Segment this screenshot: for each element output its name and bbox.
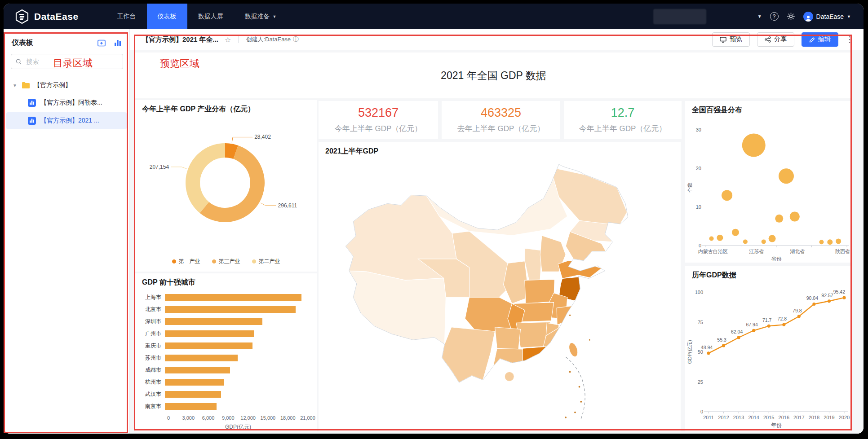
- new-dashboard-icon[interactable]: [113, 39, 122, 48]
- help-icon[interactable]: ?: [770, 12, 779, 21]
- top-navbar: DataEase 工作台仪表板数据大屏数据准备▼ ▼ ? DataEa: [4, 4, 864, 29]
- kpi-card-2[interactable]: 463325去年上半年 GDP（亿元）: [442, 101, 560, 139]
- line-point[interactable]: [737, 336, 740, 339]
- bar-chart-panel[interactable]: GDP 前十强城市 上海市北京市深圳市广州市重庆市苏州市成都市杭州市武汉市南京市…: [135, 273, 317, 431]
- bar-北京市[interactable]: [165, 306, 296, 313]
- bar-track: [165, 367, 308, 373]
- line-point[interactable]: [707, 351, 710, 355]
- edit-button[interactable]: 编辑: [802, 32, 838, 47]
- bubble-point[interactable]: [779, 168, 794, 184]
- more-menu-icon[interactable]: ⋮: [846, 35, 854, 44]
- kpi-label: 今年上半年 GDP（亿元）: [335, 123, 422, 134]
- line-point[interactable]: [812, 303, 815, 306]
- legend-item-第二产业[interactable]: 第二产业: [252, 258, 280, 265]
- line-point[interactable]: [782, 323, 785, 326]
- info-icon[interactable]: ⓘ: [293, 35, 299, 44]
- bar-row-苏州市: 苏州市: [142, 352, 308, 364]
- bubble-point[interactable]: [769, 235, 776, 242]
- tree-caret-icon[interactable]: ▼: [13, 83, 18, 88]
- brand[interactable]: DataEase: [4, 9, 90, 24]
- bubble-point[interactable]: [762, 239, 766, 244]
- share-button[interactable]: 分享: [757, 32, 794, 47]
- map-panel[interactable]: 2021上半年GDP: [319, 142, 681, 431]
- bar-杭州市[interactable]: [165, 379, 224, 386]
- star-icon[interactable]: ☆: [225, 35, 231, 44]
- line-point[interactable]: [752, 329, 755, 332]
- x-tick-label: 2015: [763, 415, 774, 420]
- y-tick: 75: [698, 320, 703, 325]
- bubble-point[interactable]: [819, 240, 824, 244]
- bar-category-label: 深圳市: [142, 318, 165, 325]
- bar-成都市[interactable]: [165, 367, 230, 373]
- nav-item-仪表板[interactable]: 仪表板: [147, 4, 187, 29]
- bar-track: [165, 330, 308, 337]
- chevron-down-icon[interactable]: ▼: [757, 14, 762, 19]
- point-label: 55.3: [717, 337, 726, 342]
- share-icon: [765, 36, 771, 43]
- bubble-point[interactable]: [836, 239, 841, 244]
- bar-重庆市[interactable]: [165, 342, 252, 349]
- tree-item-2[interactable]: 【官方示例】2021 ...: [6, 112, 127, 129]
- province-regions: [345, 167, 627, 382]
- preview-button[interactable]: 预览: [712, 32, 750, 47]
- dashboard-title: 2021 年全国 GDP 数据: [441, 69, 546, 83]
- tree-item-1[interactable]: 【官方示例】阿勒泰...: [6, 94, 127, 111]
- nav-item-工作台[interactable]: 工作台: [106, 4, 147, 29]
- bar-category-label: 重庆市: [142, 342, 165, 350]
- bar-深圳市[interactable]: [165, 318, 262, 325]
- search-input[interactable]: [26, 57, 118, 66]
- bar-南京市[interactable]: [165, 403, 217, 410]
- bubble-point[interactable]: [790, 212, 800, 222]
- x-tick-label: 陕西省: [835, 249, 850, 254]
- point-label: 71.7: [762, 317, 772, 323]
- china-map[interactable]: [328, 157, 670, 426]
- nav-caret-icon: ▼: [273, 14, 277, 19]
- nav-item-数据准备[interactable]: 数据准备▼: [234, 4, 288, 29]
- edit-label: 编辑: [818, 35, 831, 44]
- line-point[interactable]: [828, 299, 831, 303]
- bar-track: [165, 342, 308, 349]
- bar-chart: 上海市北京市深圳市广州市重庆市苏州市成都市杭州市武汉市南京市: [142, 291, 308, 413]
- main-nav: 工作台仪表板数据大屏数据准备▼: [106, 4, 288, 29]
- kpi-card-3[interactable]: 12.7今年上半年 GDP（亿元）: [564, 101, 682, 139]
- bubble-point[interactable]: [722, 190, 732, 201]
- bar-广州市[interactable]: [165, 330, 254, 337]
- legend-label: 第二产业: [259, 258, 280, 265]
- nav-item-数据大屏[interactable]: 数据大屏: [187, 4, 234, 29]
- brand-name: DataEase: [34, 11, 79, 22]
- donut-chart-panel[interactable]: 今年上半年 GDP 产业分布（亿元） 28,402296,611207,154 …: [135, 100, 317, 272]
- bubble-point[interactable]: [827, 239, 833, 245]
- legend-item-第三产业[interactable]: 第三产业: [212, 258, 240, 265]
- sidebar-search[interactable]: [11, 54, 123, 69]
- bubble-point[interactable]: [732, 229, 739, 236]
- line-point[interactable]: [842, 296, 846, 299]
- new-folder-icon[interactable]: [97, 39, 106, 48]
- screenshot-root: DataEase 工作台仪表板数据大屏数据准备▼ ▼ ? DataEa: [0, 0, 868, 439]
- bubble-point[interactable]: [743, 239, 748, 244]
- bubble-point[interactable]: [709, 237, 714, 241]
- kpi-card-1[interactable]: 532167今年上半年 GDP（亿元）: [319, 101, 438, 139]
- bubble-chart-panel[interactable]: 全国百强县分布 3020100内蒙古自治区江苏省湖北省陕西省省份个数: [685, 101, 851, 263]
- tree-folder[interactable]: ▼ 【官方示例】: [4, 77, 129, 93]
- org-selector-blurred[interactable]: [653, 9, 706, 24]
- bar-category-label: 苏州市: [142, 354, 165, 362]
- line-point[interactable]: [722, 344, 725, 347]
- gear-icon[interactable]: [787, 12, 795, 21]
- bar-苏州市[interactable]: [165, 355, 238, 361]
- donut-slice-第二产业[interactable]: [186, 143, 225, 213]
- line-point[interactable]: [797, 315, 801, 318]
- bar-武汉市[interactable]: [165, 391, 221, 398]
- bubble-point[interactable]: [717, 235, 723, 241]
- bar-上海市[interactable]: [165, 294, 301, 301]
- point-label: 92.57: [821, 293, 833, 298]
- legend-dot: [252, 259, 256, 263]
- line-chart-panel[interactable]: 历年GDP数据 025507510048.94201155.3201262.04…: [685, 266, 851, 431]
- line-point[interactable]: [767, 325, 771, 328]
- user-menu[interactable]: DataEase ▼: [803, 12, 851, 22]
- bubble-point[interactable]: [742, 133, 766, 157]
- point-label: 67.94: [746, 322, 758, 327]
- sidebar-title: 仪表板: [12, 38, 97, 48]
- creator-info: 创建人:DataEase ⓘ: [246, 35, 299, 44]
- legend-item-第一产业[interactable]: 第一产业: [172, 258, 200, 265]
- bubble-point[interactable]: [775, 215, 783, 223]
